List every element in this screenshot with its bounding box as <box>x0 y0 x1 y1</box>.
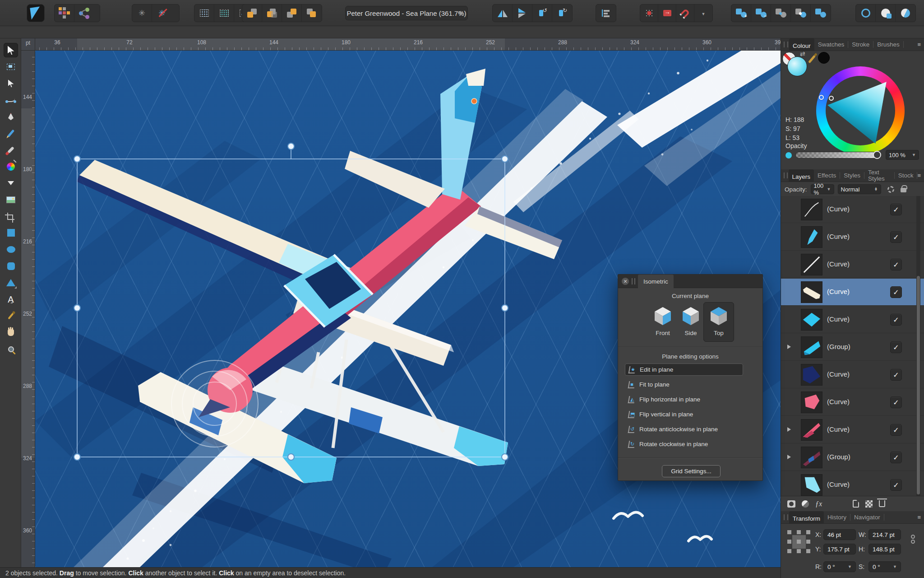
alignment-icon[interactable] <box>596 5 616 22</box>
grid-settings-button[interactable]: Grid Settings... <box>662 465 721 477</box>
node-tool[interactable] <box>4 76 18 91</box>
layer-opacity-dropdown[interactable]: 100 %▼ <box>811 184 834 194</box>
tab-stroke[interactable]: Stroke <box>848 41 873 48</box>
layer-row[interactable]: (Curve)✓ <box>781 416 924 443</box>
boolean-combine-icon[interactable] <box>811 5 831 22</box>
square-over-circle-icon[interactable] <box>876 5 896 22</box>
layer-visibility-checkbox[interactable]: ✓ <box>890 341 902 353</box>
iso-option-flip-horizontal-in-plane[interactable]: Flip horizontal in plane <box>625 393 743 406</box>
layer-row[interactable]: (Curve)✓ <box>781 251 924 278</box>
iso-option-edit-in-plane[interactable]: Edit in plane <box>625 364 743 376</box>
fill-tool[interactable] <box>4 159 18 174</box>
iso-option-flip-vertical-in-plane[interactable]: Flip vertical in plane <box>625 408 743 420</box>
place-image-tool[interactable] <box>4 192 18 207</box>
side-plane-cube-icon[interactable] <box>683 307 699 325</box>
transparency-tool[interactable] <box>4 176 18 190</box>
panel-menu-icon[interactable]: ≡ <box>917 514 921 521</box>
point-transform-tool[interactable] <box>4 93 18 107</box>
marquee-select-icon[interactable] <box>194 5 214 22</box>
iso-option-rotate-clockwise-in-plane[interactable]: Rotate clockwise in plane <box>625 438 743 450</box>
swap-fill-stroke-icon[interactable]: ⇄ <box>800 50 805 57</box>
eyedropper-icon[interactable] <box>808 55 816 64</box>
mask-icon[interactable] <box>787 500 795 508</box>
tab-layers[interactable]: Layers <box>789 169 814 182</box>
iso-option-rotate-anticlockwise-in-plane[interactable]: Rotate anticlockwise in plane <box>625 423 743 435</box>
affinity-designer-logo[interactable] <box>26 4 46 22</box>
rotate-anticlockwise-icon[interactable]: ↺ <box>532 5 552 22</box>
tab-transform[interactable]: Transform <box>789 511 824 523</box>
w-field[interactable]: 214.7 pt <box>869 529 901 540</box>
move-to-front-icon[interactable] <box>302 5 322 22</box>
r-field[interactable]: 0 °▼ <box>823 561 856 572</box>
rotate-clockwise-icon[interactable]: ↻ <box>552 5 572 22</box>
pencil-tool[interactable] <box>4 126 18 140</box>
document-title[interactable]: Peter Greenwood - Sea Plane (361.7%) ✱ <box>345 6 468 20</box>
tab-styles[interactable]: Styles <box>840 172 864 179</box>
rectangle-tool[interactable] <box>4 226 18 240</box>
isometric-panel-header[interactable]: ✕ Isometric <box>618 275 762 288</box>
flip-vertical-icon[interactable] <box>513 5 532 22</box>
front-plane-cube-icon[interactable] <box>655 307 671 325</box>
layer-row[interactable]: (Curve)✓ <box>781 279 924 306</box>
top-plane-cube-icon[interactable] <box>711 307 727 325</box>
vector-crop-tool[interactable] <box>4 209 18 224</box>
tab-history[interactable]: History <box>824 514 850 521</box>
rounded-rectangle-tool[interactable] <box>4 259 18 273</box>
h-field[interactable]: 148.5 pt <box>869 544 901 555</box>
fill-swatch[interactable] <box>787 56 807 76</box>
panel-grip[interactable] <box>632 278 635 284</box>
layer-visibility-checkbox[interactable]: ✓ <box>890 314 902 326</box>
artboard-tool[interactable] <box>4 60 18 74</box>
fx-icon[interactable]: ƒx <box>815 500 822 508</box>
hue-marker[interactable] <box>819 95 824 100</box>
marquee-dense-icon[interactable] <box>214 5 234 22</box>
layer-visibility-checkbox[interactable]: ✓ <box>890 231 902 243</box>
move-to-back-icon[interactable] <box>242 5 262 22</box>
layer-row[interactable]: (Curve)✓ <box>781 389 924 416</box>
checkerboard-icon[interactable] <box>865 500 873 508</box>
tab-brushes[interactable]: Brushes <box>873 41 904 48</box>
layer-visibility-checkbox[interactable]: ✓ <box>890 452 902 463</box>
panel-menu-icon[interactable]: ≡ <box>917 172 921 179</box>
new-layer-icon[interactable] <box>853 500 859 508</box>
ellipse-tool[interactable] <box>4 242 18 257</box>
colour-picker-tool[interactable] <box>4 309 18 323</box>
snap-magnet-icon[interactable] <box>676 5 694 22</box>
boolean-add-icon[interactable]: + <box>731 5 751 22</box>
close-icon[interactable]: ✕ <box>622 278 629 285</box>
layer-visibility-checkbox[interactable]: ✓ <box>890 479 902 491</box>
boolean-intersect-icon[interactable] <box>771 5 791 22</box>
layer-row[interactable]: (Group)✓ <box>781 444 924 471</box>
move-tool[interactable] <box>4 43 18 57</box>
share-node-icon[interactable] <box>74 5 94 22</box>
tab-text-styles[interactable]: Text Styles <box>864 172 895 179</box>
tab-stock[interactable]: Stock <box>895 172 918 179</box>
lock-icon[interactable] <box>901 188 906 192</box>
picked-colour-swatch[interactable] <box>818 52 830 64</box>
layer-row[interactable]: (Curve)✓ <box>781 471 924 496</box>
move-forward-icon[interactable] <box>282 5 302 22</box>
half-filled-circle-icon[interactable] <box>896 5 915 22</box>
layer-visibility-checkbox[interactable]: ✓ <box>890 424 902 436</box>
blend-mode-dropdown[interactable]: Normal ▲▼ <box>838 184 881 194</box>
adjustment-icon[interactable] <box>802 500 809 508</box>
link-dimensions-icon[interactable] <box>911 535 915 545</box>
assets-icon[interactable] <box>55 5 74 22</box>
tab-navigator[interactable]: Navigator <box>850 514 884 521</box>
snap-move-icon[interactable] <box>658 5 676 22</box>
layer-visibility-checkbox[interactable]: ✓ <box>890 259 902 270</box>
side-plane-label[interactable]: Side <box>675 330 707 336</box>
y-field[interactable]: 175.7 pt <box>823 544 856 555</box>
layer-visibility-checkbox[interactable]: ✓ <box>890 396 902 408</box>
text-tool[interactable]: A <box>4 292 18 307</box>
tab-swatches[interactable]: Swatches <box>814 41 849 48</box>
layer-row[interactable]: (Curve)✓ <box>781 224 924 251</box>
flip-horizontal-icon[interactable] <box>493 5 513 22</box>
view-tool[interactable] <box>4 326 18 340</box>
panel-grip[interactable] <box>784 42 788 47</box>
move-backward-icon[interactable] <box>262 5 282 22</box>
iso-option-fit-to-plane[interactable]: Fit to plane <box>625 378 743 391</box>
tab-colour[interactable]: Colour <box>789 38 814 51</box>
vertical-ruler[interactable]: 144180216252288324360 <box>21 51 35 567</box>
symbol-sync-icon[interactable]: ✳ <box>132 5 152 22</box>
